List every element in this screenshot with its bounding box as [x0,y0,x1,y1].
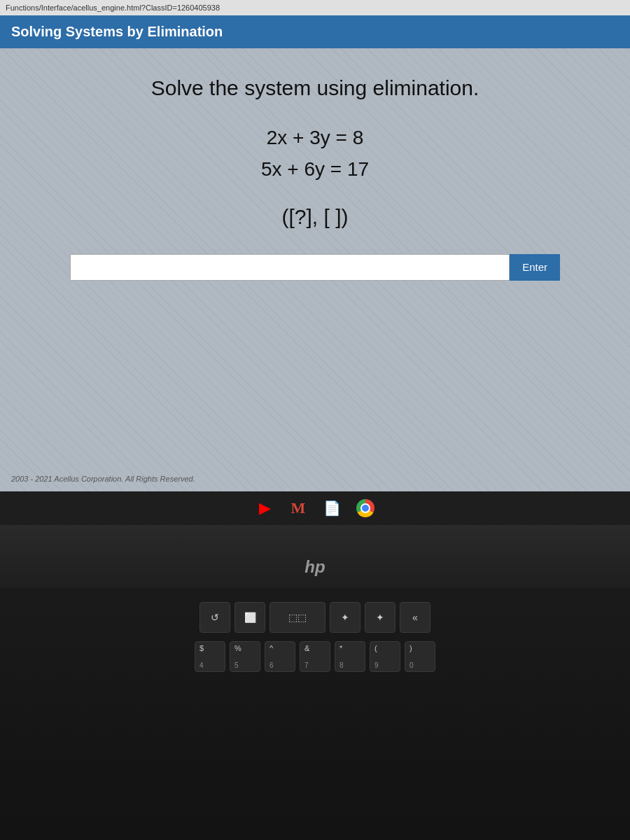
equation-1: 2x + 3y = 8 [42,122,588,154]
key-caret[interactable]: ^ 6 [265,641,295,672]
laptop-screen: Solving Systems by Elimination Solve the… [0,15,630,491]
screen-wrapper: Solving Systems by Elimination Solve the… [0,15,630,491]
key-multitask[interactable]: ⬚⬚ [270,602,326,633]
keyboard-area: ↺ ⬜ ⬚⬚ ✦ ✦ « $ 4 % 5 ^ 6 & [0,588,630,840]
keyboard-row-top: ↺ ⬜ ⬚⬚ ✦ ✦ « [0,588,630,637]
hp-logo: hp [304,557,325,577]
keyboard-row-2: $ 4 % 5 ^ 6 & 7 * 8 ( 9 ) 0 [0,637,630,676]
equations-block: 2x + 3y = 8 5x + 6y = 17 [42,122,588,186]
enter-button[interactable]: Enter [510,254,560,281]
key-ampersand[interactable]: & 7 [300,641,330,672]
answer-input[interactable] [70,254,510,281]
key-brightness-down[interactable]: ✦ [330,602,360,633]
page-title: Solving Systems by Elimination [11,24,223,39]
key-dollar[interactable]: $ 4 [195,641,225,672]
key-paren-open[interactable]: ( 9 [370,641,400,672]
laptop-body: hp [0,525,630,588]
main-question: Solve the system using elimination. [42,76,588,100]
answer-placeholder: ([?], [ ]) [42,205,588,229]
docs-icon[interactable]: 📄 [322,498,342,518]
key-window[interactable]: ⬜ [234,602,265,633]
key-percent[interactable]: % 5 [230,641,260,672]
equation-2: 5x + 6y = 17 [42,154,588,186]
key-asterisk[interactable]: * 8 [335,641,365,672]
browser-url: Functions/Interface/acellus_engine.html?… [6,4,220,12]
copyright-text: 2003 - 2021 Acellus Corporation. All Rig… [11,475,195,483]
key-mute[interactable]: « [400,602,430,633]
key-brightness-up[interactable]: ✦ [365,602,396,633]
key-refresh[interactable]: ↺ [200,602,230,633]
taskbar-bar: ▶ M 📄 [0,491,630,525]
youtube-icon[interactable]: ▶ [255,498,274,518]
chrome-icon[interactable] [356,498,375,518]
browser-bar: Functions/Interface/acellus_engine.html?… [0,0,630,15]
content-area: Solve the system using elimination. 2x +… [0,48,630,323]
header-bar: Solving Systems by Elimination [0,15,630,48]
gmail-icon[interactable]: M [288,498,308,518]
input-row: Enter [42,254,588,281]
key-paren-close[interactable]: ) 0 [405,641,435,672]
